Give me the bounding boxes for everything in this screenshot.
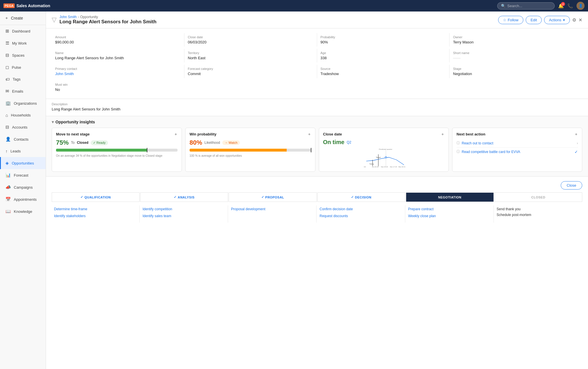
sidebar-item-mywork[interactable]: ☰ My Work — [0, 37, 46, 49]
user-avatar[interactable]: 👤 — [577, 2, 585, 10]
notification-badge: 4 — [561, 2, 565, 6]
forecast-category-label: Forecast category — [188, 67, 313, 70]
stage-decision[interactable]: ✓ DECISION — [317, 192, 405, 202]
ready-badge: ✓ Ready — [91, 140, 108, 145]
task-link-prepare-contract[interactable]: Prepare contract — [408, 207, 491, 212]
close-icon[interactable]: ✕ — [579, 17, 582, 23]
opportunities-icon: ◈ — [5, 160, 9, 166]
sidebar-item-opportunities[interactable]: ◈ Opportunities — [0, 157, 46, 169]
name-field: Name Long Range Alert Sensors for John S… — [52, 49, 184, 62]
stage-section: Close ✓ QUALIFICATION ✓ ANALYSIS ✓ PROPO… — [46, 177, 588, 227]
settings-icon[interactable]: ⚙ — [572, 17, 576, 23]
nav-icons: 🔔 4 📞 👤 — [558, 2, 585, 10]
households-icon: ⌂ — [5, 113, 8, 118]
close-date-value: 06/03/2020 — [188, 40, 313, 44]
info-icon-1: ⓘ — [456, 141, 460, 146]
sidebar-item-dashboard[interactable]: ⊞ Dashboard — [0, 25, 46, 37]
short-name-value: —— — [453, 56, 579, 60]
close-date-field: Close date 06/03/2020 — [184, 33, 317, 47]
action-link-2[interactable]: Read competitive battle card for EVVA — [462, 150, 573, 154]
fields-section: Amount $90,000.00 Close date 06/03/2020 … — [46, 28, 588, 99]
task-link-weekly-close-plan[interactable]: Weekly close plan — [408, 214, 491, 219]
stage-analysis[interactable]: ✓ ANALYSIS — [140, 192, 228, 202]
stage-negotiation[interactable]: NEGOTIATION — [406, 192, 494, 202]
edit-button[interactable]: Edit — [526, 16, 542, 24]
stage-closed[interactable]: CLOSED — [494, 192, 582, 202]
stage-qualification[interactable]: ✓ QUALIFICATION — [52, 192, 140, 202]
primary-contact-value[interactable]: John Smith — [55, 72, 181, 76]
tasks-grid: Determine time-frame Identify stakeholde… — [52, 205, 582, 223]
task-link-determine-timeframe[interactable]: Determine time-frame — [54, 207, 137, 212]
fields-grid-3: Primary contact John Smith Forecast cate… — [52, 65, 582, 78]
sidebar-item-pulse[interactable]: ◻ Pulse — [0, 61, 46, 73]
record-title: Long Range Alert Sensors for John Smith — [59, 19, 157, 25]
sidebar-item-tags[interactable]: 🏷 Tags — [0, 73, 46, 85]
forecast-category-value: Commit — [188, 72, 313, 76]
action-item-2: ⓘ Read competitive battle card for EVVA … — [456, 148, 578, 156]
forecast-icon: 📊 — [5, 173, 11, 178]
sidebar-item-spaces[interactable]: ⊟ Spaces — [0, 49, 46, 61]
tasks-proposal: Proposal development — [229, 205, 317, 223]
close-record-button[interactable]: Close — [561, 181, 582, 190]
sidebar-item-forecast[interactable]: 📊 Forecast — [0, 169, 46, 181]
move-metric-row: 75% To Closed ✓ Ready — [56, 139, 178, 146]
amount-field: Amount $90,000.00 — [52, 33, 184, 47]
source-value: Tradeshow — [321, 72, 446, 76]
insights-toggle[interactable]: ▾ — [52, 120, 54, 124]
phone-icon[interactable]: 📞 — [567, 3, 573, 9]
close-date-chart: Predicted quarter Target Today — [323, 147, 445, 167]
svg-text:Mar-19-21: Mar-19-21 — [398, 166, 405, 167]
sidebar-item-accounts[interactable]: ⊟ Accounts — [0, 121, 46, 133]
appointments-icon: 📅 — [5, 197, 11, 202]
action-item-1: ⓘ Reach out to contact › — [456, 139, 578, 148]
task-text-schedule-post-mortem: Schedule post-mortem — [497, 213, 580, 217]
task-link-identify-sales-team[interactable]: Identify sales team — [142, 214, 225, 219]
breadcrumb-person[interactable]: John Smith — [59, 15, 77, 19]
sidebar-item-appointments[interactable]: 📅 Appointments — [0, 193, 46, 205]
action-link-1[interactable]: Reach out to contact — [462, 141, 575, 145]
win-progress-fill — [190, 149, 287, 152]
sidebar-item-campaigns[interactable]: 📣 Campaigns — [0, 181, 46, 193]
description-label: Description — [52, 102, 582, 106]
sidebar-item-knowledge[interactable]: 📖 Knowledge — [0, 205, 46, 217]
dashboard-icon: ⊞ — [5, 28, 9, 34]
close-date-card: Close date ✦ On time Q2 Predicted quarte… — [319, 128, 449, 172]
task-link-identify-competition[interactable]: Identify competition — [142, 207, 225, 212]
task-link-request-discounts[interactable]: Request discounts — [319, 214, 402, 219]
task-link-identify-stakeholders[interactable]: Identify stakeholders — [54, 214, 137, 219]
tasks-negotiation: Prepare contract Weekly close plan — [406, 205, 494, 223]
search-input[interactable] — [507, 4, 551, 8]
close-date-card-title: Close date — [323, 132, 342, 136]
sparkle-icon-nba: ✦ — [574, 132, 578, 137]
sparkle-icon-win: ✦ — [308, 132, 311, 137]
tags-icon: 🏷 — [5, 77, 10, 82]
notification-icon[interactable]: 🔔 4 — [558, 3, 564, 9]
create-button[interactable]: ＋ Create — [0, 12, 46, 25]
stage-label: Stage — [453, 67, 579, 70]
stage-proposal[interactable]: ✓ PROPOSAL — [229, 192, 317, 202]
sidebar-item-leads[interactable]: ↑ Leads — [0, 145, 46, 157]
sidebar-item-emails[interactable]: ✉ Emails — [0, 85, 46, 97]
move-stage-title: Move to next stage — [56, 132, 90, 136]
follow-button[interactable]: ☆ Follow — [498, 16, 523, 24]
win-progress-bar — [190, 149, 311, 152]
search-bar[interactable]: 🔍 — [497, 2, 555, 9]
task-link-proposal-development[interactable]: Proposal development — [231, 207, 314, 212]
plus-icon: ＋ — [5, 16, 9, 21]
probability-value: 90% — [321, 40, 446, 44]
move-percent: 75% — [56, 139, 69, 146]
header-left: ▽ John Smith › Opportunity Long Range Al… — [52, 15, 157, 25]
close-date-label: Close date — [188, 35, 313, 39]
sidebar-item-contacts[interactable]: 👤 Contacts — [0, 133, 46, 145]
sidebar-item-organizations[interactable]: 🏢 Organizations — [0, 97, 46, 109]
funnel-icon: ▽ — [52, 16, 57, 24]
territory-value: North East — [188, 56, 313, 60]
win-percent: 80% — [190, 139, 202, 146]
task-link-confirm-decision-date[interactable]: Confirm decision date — [319, 207, 402, 212]
age-value: 338 — [321, 56, 446, 60]
move-stage-name: Closed — [77, 141, 88, 145]
age-label: Age — [321, 51, 446, 55]
sidebar: ＋ Create ⊞ Dashboard ☰ My Work ⊟ Spaces … — [0, 12, 46, 369]
actions-button[interactable]: Actions ▾ — [544, 16, 570, 24]
sidebar-item-households[interactable]: ⌂ Households — [0, 109, 46, 121]
